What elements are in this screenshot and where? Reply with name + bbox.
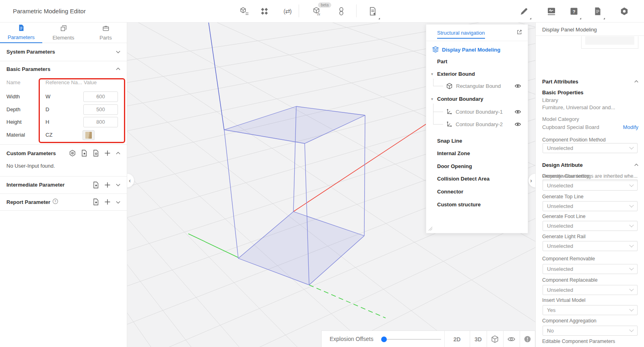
section-title: Basic Parameters (6, 66, 50, 72)
component-aggregation-select[interactable]: No (543, 326, 638, 336)
settings-icon[interactable] (619, 6, 629, 16)
tree-item-snap-line[interactable]: Snap Line (426, 136, 527, 145)
section-report-parameter[interactable]: Report Parameter ? (0, 193, 127, 210)
divider (536, 35, 644, 36)
cube-formula-icon[interactable]: fx (312, 6, 322, 16)
tree-item-internal-zone[interactable]: Internal Zone (426, 148, 527, 158)
section-intermediate-parameter[interactable]: Intermediate Parameter (0, 176, 127, 193)
param-value-input[interactable]: 500 (83, 104, 118, 115)
explosion-offset-slider-handle[interactable] (381, 337, 387, 342)
component-position-method-select[interactable]: Unselected (543, 143, 638, 153)
plus-icon[interactable] (104, 181, 111, 189)
tab-elements[interactable]: Elements (42, 22, 85, 43)
param-value-input[interactable]: 600 (83, 91, 118, 102)
column-header: Reference Na... (45, 79, 82, 85)
chevron-up-icon[interactable] (116, 151, 121, 156)
tree-item-label: Connector (437, 189, 463, 195)
tree-item-door-opening[interactable]: Door Opening (426, 161, 527, 171)
nut-icon[interactable] (69, 150, 76, 157)
view-3d-button[interactable]: 3D (470, 331, 487, 347)
model-category-label: Model Category (542, 116, 579, 122)
visibility-eye-icon[interactable] (514, 121, 521, 128)
component-aggregation-label: Component Aggregation (542, 318, 597, 324)
visibility-eye-icon[interactable] (514, 108, 521, 115)
chevron-up-icon[interactable] (634, 162, 639, 167)
section-custom-parameters[interactable]: Custom Parameters (0, 144, 127, 162)
help-circle-icon[interactable]: ? (52, 198, 58, 206)
divider (356, 4, 357, 17)
column-header: Name (6, 79, 21, 85)
visibility-eye-icon[interactable] (514, 83, 521, 89)
warning-button[interactable] (520, 331, 535, 347)
tree-item-exterior-bound[interactable]: ▾Exterior Bound (426, 69, 527, 79)
component-removable-select[interactable]: Unselected (543, 264, 638, 274)
dropdown-caret-icon (603, 18, 605, 19)
plus-icon[interactable] (104, 150, 111, 157)
generate-light-rail-select[interactable]: Unselected (543, 241, 638, 251)
report-chart-icon[interactable] (547, 6, 556, 16)
explosion-offset-slider-track[interactable] (384, 339, 441, 340)
material-swatch-button[interactable] (83, 130, 95, 140)
section-basic-parameters[interactable]: Basic Parameters (0, 61, 127, 77)
tree-item-label: Contour Boundary-1 (456, 109, 503, 115)
component-thumbnail-card[interactable] (581, 36, 638, 49)
tree-item-part[interactable]: Part (426, 56, 527, 66)
caret-down-icon[interactable]: ▾ (431, 72, 433, 76)
help-icon[interactable]: ? (569, 6, 579, 16)
editable-component-parameters-label: Editable Component Parameters (542, 339, 615, 344)
section-title: Report Parameter (6, 199, 50, 205)
visibility-button[interactable] (503, 331, 520, 347)
file-star-icon[interactable] (92, 198, 99, 206)
dropdown-caret-icon (530, 18, 531, 19)
chevron-down-icon[interactable] (116, 49, 121, 54)
chevron-up-icon[interactable] (116, 66, 121, 72)
param-value-input[interactable]: 800 (83, 117, 118, 127)
tree-item-display-panel-modeling[interactable]: Display Panel Modeling (426, 45, 527, 54)
generate-top-line-select[interactable]: Unselected (543, 201, 638, 211)
generate-countertop-select[interactable]: Unselected (543, 181, 638, 191)
chevron-down-icon[interactable] (116, 182, 121, 187)
section-title: Intermediate Parameter (6, 182, 65, 188)
button-label: 2D (454, 336, 461, 343)
view-2d-button[interactable]: 2D (444, 331, 470, 347)
contour-icon (446, 121, 452, 127)
file-star-icon[interactable] (92, 181, 99, 189)
tab-parts[interactable]: Parts (85, 22, 127, 43)
generate-top-line-label: Generate Top Line (542, 194, 584, 199)
tree-item-label: Display Panel Modeling (442, 47, 500, 53)
generate-foot-line-select[interactable]: Unselected (543, 221, 638, 231)
part-attributes-title: Part Attributes (542, 79, 578, 85)
tree-item-collision-detect-area[interactable]: Collision Detect Area (426, 174, 527, 183)
document-icon[interactable] (593, 6, 603, 16)
modify-link[interactable]: Modify (623, 124, 638, 130)
chevron-right-icon[interactable]: › (530, 177, 532, 184)
model-library-icon[interactable] (239, 6, 249, 16)
tree-item-custom-structure[interactable]: Custom structure (426, 199, 527, 209)
open-in-window-icon[interactable] (516, 29, 522, 35)
cube-view-button[interactable] (487, 331, 503, 347)
component-replaceable-select[interactable]: Unselected (543, 285, 638, 295)
basic-properties-title: Basic Properties (542, 89, 584, 96)
link-icon[interactable] (336, 6, 346, 16)
chevron-left-icon[interactable]: ‹ (129, 177, 131, 184)
parametric-modeling-editor: Parametric Modeling Editor (⇄)fx ? beta … (0, 0, 644, 347)
material-swatch (85, 132, 92, 139)
tab-structural-navigation[interactable]: Structural navigation (437, 30, 485, 39)
resize-handle[interactable] (428, 226, 433, 231)
plus-icon[interactable] (104, 198, 111, 206)
document-new-icon[interactable] (368, 6, 378, 16)
caret-down-icon[interactable]: ▾ (431, 97, 433, 101)
file-star-icon[interactable] (80, 150, 88, 157)
tree-item-connector[interactable]: Connector (426, 187, 527, 196)
chevron-up-icon[interactable] (634, 79, 639, 84)
component-pattern-icon[interactable] (260, 6, 269, 16)
tab-parameters[interactable]: Parameters (0, 22, 42, 43)
insert-virtual-model-select[interactable]: Yes (543, 305, 638, 315)
file-circle-icon[interactable] (92, 150, 99, 157)
section-system-parameters[interactable]: System Parameters (0, 43, 127, 61)
chevron-down-icon[interactable] (116, 199, 121, 205)
param-name: Depth (6, 106, 21, 112)
edit-pencil-icon[interactable] (519, 6, 529, 16)
swap-icon[interactable]: (⇄) (283, 6, 292, 16)
tree-item-contour-boundary[interactable]: ▾Contour Boundary (426, 94, 527, 104)
